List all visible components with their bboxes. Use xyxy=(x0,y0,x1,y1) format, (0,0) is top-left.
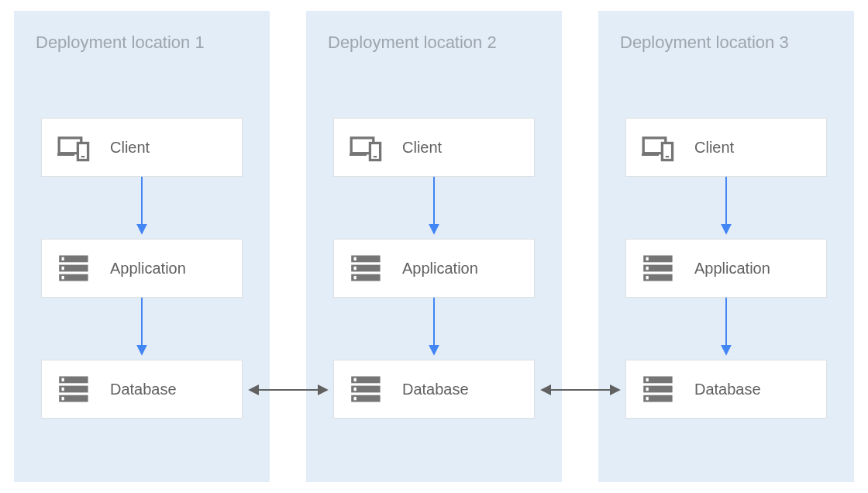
arrow-app-to-db xyxy=(140,298,143,360)
node-label: Application xyxy=(694,260,770,278)
panel-title: Deployment location 3 xyxy=(620,33,789,53)
panel-title: Deployment location 2 xyxy=(328,33,497,53)
deployment-panel-3: Deployment location 3 Client Application… xyxy=(598,11,854,482)
server-icon xyxy=(350,253,384,284)
devices-icon xyxy=(57,132,91,163)
node-label: Client xyxy=(402,139,442,157)
node-client: Client xyxy=(41,118,243,177)
node-client: Client xyxy=(625,118,827,177)
arrow-client-to-app xyxy=(140,177,143,239)
deployment-panel-2: Deployment location 2 Client Application… xyxy=(306,11,562,482)
devices-icon xyxy=(350,132,384,163)
server-icon xyxy=(57,374,91,405)
devices-icon xyxy=(642,132,676,163)
node-database: Database xyxy=(625,360,827,419)
arrow-app-to-db xyxy=(725,298,728,360)
node-application: Application xyxy=(625,239,827,298)
node-label: Database xyxy=(402,381,469,398)
server-icon xyxy=(57,253,91,284)
arrow-client-to-app xyxy=(725,177,728,239)
node-label: Client xyxy=(694,139,734,157)
node-label: Application xyxy=(110,260,186,278)
node-database: Database xyxy=(333,360,535,419)
node-label: Database xyxy=(694,381,761,398)
server-icon xyxy=(350,374,384,405)
node-application: Application xyxy=(41,239,243,298)
server-icon xyxy=(642,374,676,405)
arrow-client-to-app xyxy=(432,177,436,239)
node-database: Database xyxy=(41,360,243,419)
arrow-app-to-db xyxy=(432,298,436,360)
node-application: Application xyxy=(333,239,535,298)
panel-title: Deployment location 1 xyxy=(36,33,205,53)
node-label: Client xyxy=(110,139,150,157)
deployment-panel-1: Deployment location 1 Client Application… xyxy=(14,11,270,482)
server-icon xyxy=(642,253,676,284)
node-label: Database xyxy=(110,381,177,398)
node-client: Client xyxy=(333,118,535,177)
node-label: Application xyxy=(402,260,478,278)
